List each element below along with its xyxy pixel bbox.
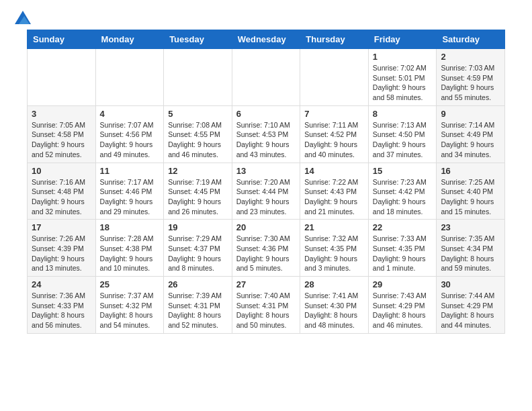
calendar-day-cell: 13Sunrise: 7:20 AMSunset: 4:44 PMDayligh… bbox=[232, 163, 300, 220]
day-info: Sunrise: 7:25 AMSunset: 4:40 PMDaylight:… bbox=[441, 177, 500, 217]
calendar-week-row: 24Sunrise: 7:36 AMSunset: 4:33 PMDayligh… bbox=[28, 277, 505, 334]
day-number: 11 bbox=[100, 166, 160, 176]
day-info: Sunrise: 7:40 AMSunset: 4:31 PMDaylight:… bbox=[236, 291, 296, 330]
calendar-week-row: 17Sunrise: 7:26 AMSunset: 4:39 PMDayligh… bbox=[28, 220, 505, 277]
day-number: 26 bbox=[168, 279, 228, 289]
calendar-wrapper: SundayMondayTuesdayWednesdayThursdayFrid… bbox=[0, 30, 532, 347]
day-number: 15 bbox=[373, 166, 433, 176]
day-number: 29 bbox=[373, 279, 433, 289]
weekday-header-wednesday: Wednesday bbox=[232, 30, 300, 49]
calendar-day-cell: 15Sunrise: 7:23 AMSunset: 4:42 PMDayligh… bbox=[368, 163, 437, 220]
day-info: Sunrise: 7:32 AMSunset: 4:35 PMDaylight:… bbox=[304, 234, 364, 273]
day-number: 21 bbox=[304, 222, 364, 232]
calendar-day-cell bbox=[232, 49, 300, 106]
day-number: 7 bbox=[304, 109, 364, 119]
calendar-week-row: 3Sunrise: 7:05 AMSunset: 4:58 PMDaylight… bbox=[28, 105, 505, 163]
day-info: Sunrise: 7:39 AMSunset: 4:31 PMDaylight:… bbox=[168, 291, 228, 330]
day-info: Sunrise: 7:43 AMSunset: 4:29 PMDaylight:… bbox=[373, 291, 433, 330]
calendar-day-cell: 19Sunrise: 7:29 AMSunset: 4:37 PMDayligh… bbox=[164, 220, 232, 277]
day-info: Sunrise: 7:26 AMSunset: 4:39 PMDaylight:… bbox=[32, 234, 91, 273]
day-info: Sunrise: 7:22 AMSunset: 4:43 PMDaylight:… bbox=[304, 177, 364, 217]
day-info: Sunrise: 7:07 AMSunset: 4:56 PMDaylight:… bbox=[100, 120, 160, 160]
calendar-day-cell: 11Sunrise: 7:17 AMSunset: 4:46 PMDayligh… bbox=[95, 163, 164, 220]
day-info: Sunrise: 7:20 AMSunset: 4:44 PMDaylight:… bbox=[236, 177, 296, 217]
calendar-day-cell bbox=[28, 49, 96, 106]
weekday-header-monday: Monday bbox=[95, 30, 164, 49]
day-number: 13 bbox=[236, 166, 296, 176]
day-number: 3 bbox=[32, 109, 91, 119]
weekday-header-friday: Friday bbox=[368, 30, 437, 49]
day-info: Sunrise: 7:08 AMSunset: 4:55 PMDaylight:… bbox=[168, 120, 228, 160]
day-info: Sunrise: 7:10 AMSunset: 4:53 PMDaylight:… bbox=[236, 120, 296, 160]
logo-icon bbox=[15, 11, 31, 24]
calendar-day-cell: 23Sunrise: 7:35 AMSunset: 4:34 PMDayligh… bbox=[437, 220, 505, 277]
day-number: 2 bbox=[441, 52, 500, 62]
day-number: 12 bbox=[168, 166, 228, 176]
day-info: Sunrise: 7:29 AMSunset: 4:37 PMDaylight:… bbox=[168, 234, 228, 273]
calendar-day-cell: 14Sunrise: 7:22 AMSunset: 4:43 PMDayligh… bbox=[300, 163, 369, 220]
calendar-day-cell: 2Sunrise: 7:03 AMSunset: 4:59 PMDaylight… bbox=[437, 49, 505, 106]
day-info: Sunrise: 7:16 AMSunset: 4:48 PMDaylight:… bbox=[32, 177, 91, 217]
calendar-header-row: SundayMondayTuesdayWednesdayThursdayFrid… bbox=[28, 30, 505, 49]
day-info: Sunrise: 7:41 AMSunset: 4:30 PMDaylight:… bbox=[304, 291, 364, 330]
weekday-header-sunday: Sunday bbox=[28, 30, 96, 49]
calendar-day-cell: 22Sunrise: 7:33 AMSunset: 4:35 PMDayligh… bbox=[368, 220, 437, 277]
day-number: 28 bbox=[304, 279, 364, 289]
weekday-header-saturday: Saturday bbox=[437, 30, 505, 49]
day-info: Sunrise: 7:11 AMSunset: 4:52 PMDaylight:… bbox=[304, 120, 364, 160]
logo bbox=[13, 11, 31, 24]
day-number: 27 bbox=[236, 279, 296, 289]
calendar-day-cell: 17Sunrise: 7:26 AMSunset: 4:39 PMDayligh… bbox=[28, 220, 96, 277]
day-number: 14 bbox=[304, 166, 364, 176]
calendar-day-cell: 28Sunrise: 7:41 AMSunset: 4:30 PMDayligh… bbox=[300, 277, 369, 334]
day-number: 19 bbox=[168, 222, 228, 232]
day-number: 30 bbox=[441, 279, 500, 289]
calendar-week-row: 10Sunrise: 7:16 AMSunset: 4:48 PMDayligh… bbox=[28, 163, 505, 220]
day-number: 5 bbox=[168, 109, 228, 119]
calendar-day-cell: 21Sunrise: 7:32 AMSunset: 4:35 PMDayligh… bbox=[300, 220, 369, 277]
day-info: Sunrise: 7:33 AMSunset: 4:35 PMDaylight:… bbox=[373, 234, 433, 273]
day-info: Sunrise: 7:14 AMSunset: 4:49 PMDaylight:… bbox=[441, 120, 500, 160]
weekday-header-thursday: Thursday bbox=[300, 30, 369, 49]
weekday-header-tuesday: Tuesday bbox=[164, 30, 232, 49]
day-info: Sunrise: 7:13 AMSunset: 4:50 PMDaylight:… bbox=[373, 120, 433, 160]
day-info: Sunrise: 7:03 AMSunset: 4:59 PMDaylight:… bbox=[441, 63, 500, 103]
calendar-day-cell: 29Sunrise: 7:43 AMSunset: 4:29 PMDayligh… bbox=[368, 277, 437, 334]
day-number: 18 bbox=[100, 222, 160, 232]
day-info: Sunrise: 7:36 AMSunset: 4:33 PMDaylight:… bbox=[32, 291, 91, 330]
calendar-day-cell: 20Sunrise: 7:30 AMSunset: 4:36 PMDayligh… bbox=[232, 220, 300, 277]
calendar-day-cell bbox=[300, 49, 369, 106]
calendar-week-row: 1Sunrise: 7:02 AMSunset: 5:01 PMDaylight… bbox=[28, 49, 505, 106]
day-number: 8 bbox=[373, 109, 433, 119]
calendar-day-cell: 26Sunrise: 7:39 AMSunset: 4:31 PMDayligh… bbox=[164, 277, 232, 334]
calendar-day-cell: 5Sunrise: 7:08 AMSunset: 4:55 PMDaylight… bbox=[164, 105, 232, 163]
day-number: 24 bbox=[32, 279, 91, 289]
day-info: Sunrise: 7:05 AMSunset: 4:58 PMDaylight:… bbox=[32, 120, 91, 160]
day-number: 16 bbox=[441, 166, 500, 176]
day-number: 17 bbox=[32, 222, 91, 232]
page-header bbox=[0, 0, 532, 30]
calendar-day-cell: 6Sunrise: 7:10 AMSunset: 4:53 PMDaylight… bbox=[232, 105, 300, 163]
day-number: 23 bbox=[441, 222, 500, 232]
calendar-day-cell: 10Sunrise: 7:16 AMSunset: 4:48 PMDayligh… bbox=[28, 163, 96, 220]
day-number: 9 bbox=[441, 109, 500, 119]
day-number: 1 bbox=[373, 52, 433, 62]
calendar-day-cell: 30Sunrise: 7:44 AMSunset: 4:29 PMDayligh… bbox=[437, 277, 505, 334]
day-info: Sunrise: 7:17 AMSunset: 4:46 PMDaylight:… bbox=[100, 177, 160, 217]
calendar-day-cell: 18Sunrise: 7:28 AMSunset: 4:38 PMDayligh… bbox=[95, 220, 164, 277]
day-number: 6 bbox=[236, 109, 296, 119]
day-number: 20 bbox=[236, 222, 296, 232]
day-info: Sunrise: 7:30 AMSunset: 4:36 PMDaylight:… bbox=[236, 234, 296, 273]
calendar-table: SundayMondayTuesdayWednesdayThursdayFrid… bbox=[27, 30, 505, 334]
calendar-day-cell: 7Sunrise: 7:11 AMSunset: 4:52 PMDaylight… bbox=[300, 105, 369, 163]
calendar-day-cell: 12Sunrise: 7:19 AMSunset: 4:45 PMDayligh… bbox=[164, 163, 232, 220]
day-number: 4 bbox=[100, 109, 160, 119]
day-info: Sunrise: 7:23 AMSunset: 4:42 PMDaylight:… bbox=[373, 177, 433, 217]
day-info: Sunrise: 7:28 AMSunset: 4:38 PMDaylight:… bbox=[100, 234, 160, 273]
calendar-day-cell: 16Sunrise: 7:25 AMSunset: 4:40 PMDayligh… bbox=[437, 163, 505, 220]
calendar-day-cell bbox=[164, 49, 232, 106]
day-info: Sunrise: 7:02 AMSunset: 5:01 PMDaylight:… bbox=[373, 63, 433, 103]
day-info: Sunrise: 7:44 AMSunset: 4:29 PMDaylight:… bbox=[441, 291, 500, 330]
calendar-day-cell: 4Sunrise: 7:07 AMSunset: 4:56 PMDaylight… bbox=[95, 105, 164, 163]
day-info: Sunrise: 7:37 AMSunset: 4:32 PMDaylight:… bbox=[100, 291, 160, 330]
